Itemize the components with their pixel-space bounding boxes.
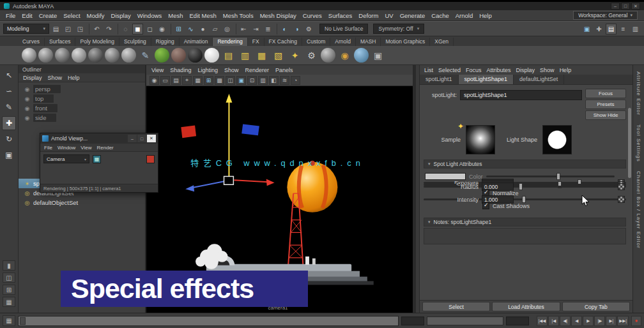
light-sample-swatch[interactable]: ✦ — [466, 125, 495, 154]
sidebar-vertical-tab[interactable]: Attribute Editor — [636, 71, 641, 116]
attribute-slider[interactable] — [517, 186, 615, 188]
shelf-tab[interactable]: FX — [248, 38, 264, 46]
light-doc-icon[interactable]: ▧ — [271, 48, 286, 63]
shelf-tab[interactable]: Arnold — [330, 38, 356, 46]
shelf-tab[interactable]: XGen — [430, 38, 454, 46]
select-asset-icon[interactable]: ◉ — [157, 24, 167, 34]
attribute-editor-menu-item[interactable]: Display — [516, 67, 535, 73]
shelf-tab[interactable]: Curves — [18, 38, 45, 46]
textured-sphere-icon[interactable] — [105, 48, 119, 63]
xray-icon[interactable]: ◔ — [291, 76, 300, 85]
snap-grid-icon[interactable]: ⊞ — [171, 24, 184, 34]
arnold-menu-item[interactable]: Window — [57, 145, 75, 151]
spotlight-shelf-icon[interactable]: ✦ — [288, 48, 302, 63]
menu-item[interactable]: Select — [60, 11, 83, 20]
next-key-button[interactable]: ▶| — [606, 316, 617, 326]
open-scene-icon[interactable]: ◰ — [63, 24, 73, 34]
shelf-tab[interactable]: Surfaces — [45, 38, 76, 46]
settings-gear-icon[interactable]: ⚙ — [304, 48, 319, 63]
arnold-menu-item[interactable]: View — [80, 145, 91, 151]
play-forward-button[interactable]: ▶ — [583, 316, 594, 326]
section-header[interactable]: Spot Light Attributes — [424, 160, 626, 168]
show-hide-button[interactable]: Show Hide — [585, 110, 626, 120]
shader-doc-icon[interactable]: ▤ — [221, 48, 236, 63]
close-button[interactable]: ✕ — [631, 3, 640, 10]
viewport-menu-item[interactable]: Shading — [170, 67, 191, 73]
pan-zoom-icon[interactable]: ⊞ — [204, 76, 213, 85]
safe-action-icon[interactable]: ▥ — [258, 76, 268, 85]
menu-item[interactable]: Modify — [84, 11, 108, 20]
menu-item[interactable]: UV — [381, 11, 396, 20]
shelf-tab[interactable]: Poly Modeling — [75, 38, 119, 46]
viewport-menu-item[interactable]: Lighting — [197, 67, 218, 73]
texture-doc-icon[interactable]: ▥ — [238, 48, 252, 63]
new-scene-icon[interactable]: ▤ — [50, 24, 61, 34]
focus-button[interactable]: Focus — [585, 89, 626, 98]
undo-icon[interactable]: ↶ — [89, 24, 102, 34]
menu-item[interactable]: Create — [36, 11, 61, 20]
menu-item[interactable]: Surfaces — [325, 11, 356, 20]
notes-header[interactable]: Notes: spotLightShape1 — [424, 218, 626, 227]
render-globe-icon[interactable] — [38, 48, 53, 63]
select-hierarchy-icon[interactable]: ◌ — [118, 24, 131, 34]
channel-box-icon[interactable]: ▥ — [630, 24, 641, 34]
menu-item[interactable]: Edit — [19, 11, 35, 20]
brown-material-icon[interactable] — [171, 48, 186, 63]
outliner-item[interactable]: ◉ side — [19, 113, 145, 123]
balloon-object[interactable] — [287, 161, 337, 212]
render-settings-sphere-icon[interactable] — [72, 48, 86, 63]
load-attributes-button[interactable]: Load Attributes — [492, 302, 560, 311]
map-button[interactable] — [618, 196, 625, 203]
viewport-menu-item[interactable]: View — [151, 67, 164, 73]
arnold-menu-item[interactable]: File — [44, 145, 52, 151]
select-button[interactable]: Select — [422, 302, 490, 311]
single-pane-layout-button[interactable]: ▮ — [3, 260, 15, 271]
rotate-tool[interactable]: ↻ — [2, 132, 16, 146]
select-camera-icon[interactable]: ◉ — [150, 76, 159, 85]
slider-handle[interactable] — [519, 183, 523, 190]
sidebar-vertical-tab[interactable]: Channel Box / Layer Editor — [636, 171, 641, 249]
lock-camera-icon[interactable]: ▭ — [160, 76, 170, 85]
snap-point-icon[interactable]: ● — [197, 24, 208, 34]
green-material-icon[interactable] — [155, 48, 169, 63]
scale-tool[interactable]: ▣ — [2, 148, 16, 162]
arnold-window-titlebar[interactable]: Arnold Viewp... –□✕ — [40, 133, 158, 144]
snap-curve-icon[interactable]: ∿ — [185, 24, 196, 34]
construction-history-icon[interactable]: ≣ — [263, 24, 273, 34]
menu-item[interactable]: Deform — [355, 11, 381, 20]
white-material-icon[interactable] — [204, 48, 219, 63]
maximize-button[interactable]: □ — [621, 3, 630, 10]
attribute-editor-icon[interactable]: ▤ — [606, 24, 617, 34]
outliner-menu-item[interactable]: Show — [48, 75, 63, 81]
lasso-tool[interactable]: ∽ — [2, 84, 16, 98]
copy-tab-button[interactable]: Copy Tab — [562, 302, 630, 311]
node-tab[interactable]: spotLight1 — [420, 75, 459, 84]
animation-preferences-icon[interactable]: ▦ — [3, 315, 15, 326]
slider-handle[interactable] — [522, 196, 526, 203]
blue-sphere-icon[interactable] — [354, 48, 369, 63]
slider-handle[interactable] — [556, 173, 560, 180]
black-material-icon[interactable] — [188, 48, 203, 63]
red-panel-object[interactable] — [181, 125, 196, 138]
wire-sphere-icon[interactable] — [121, 48, 136, 63]
ipr-sphere-icon[interactable] — [55, 48, 70, 63]
menu-item[interactable]: Edit Mesh — [187, 11, 220, 20]
tool-settings-icon[interactable]: ≡ — [618, 24, 629, 34]
render-region-icon[interactable]: ▦ — [93, 155, 101, 163]
input-connections-icon[interactable]: ⇤ — [236, 24, 249, 34]
prev-key-button[interactable]: |◀ — [548, 316, 559, 326]
attribute-editor-menu-item[interactable]: Attributes — [487, 67, 511, 73]
node-tab[interactable]: spotLightShape1 — [459, 75, 514, 84]
shelf-tab[interactable]: FX Caching — [264, 38, 302, 46]
no-live-surface-field[interactable]: No Live Surface — [319, 24, 368, 34]
attribute-editor-menu-item[interactable]: Focus — [466, 67, 482, 73]
utility-doc-icon[interactable]: ▦ — [254, 48, 269, 63]
spotlight-object[interactable] — [224, 176, 234, 184]
ipr-render-icon[interactable]: ◑ — [291, 24, 302, 34]
shelf-tab[interactable]: Rendering — [213, 38, 247, 46]
move-manipulator[interactable] — [185, 94, 274, 191]
four-pane-layout-button[interactable]: ⊞ — [3, 285, 15, 295]
outliner-item[interactable]: ◉ persp — [19, 84, 145, 94]
sidebar-vertical-tab[interactable]: Tool Settings — [636, 124, 641, 162]
node-name-field[interactable]: spotLightShape1 — [460, 90, 582, 100]
